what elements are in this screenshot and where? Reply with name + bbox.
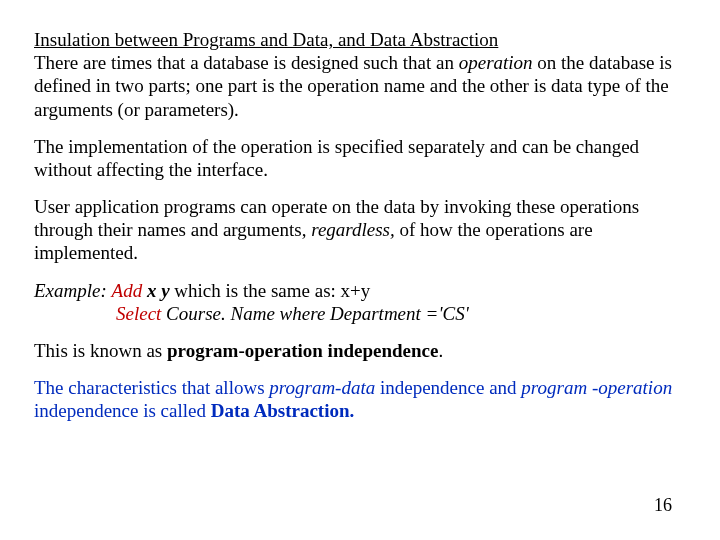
page-content: Insulation between Programs and Data, an… <box>0 0 720 446</box>
page-number: 16 <box>654 495 672 516</box>
data-abstraction-paragraph: The characteristics that allows program-… <box>34 376 686 422</box>
p5-a: This is known as <box>34 340 167 361</box>
p6-data-abstraction: Data Abstraction. <box>211 400 355 421</box>
slide: Insulation between Programs and Data, an… <box>0 0 720 540</box>
intro-paragraph: Insulation between Programs and Data, an… <box>34 28 686 121</box>
example-line2: Select Course. Name where Department ='C… <box>34 302 469 325</box>
example-add-explain: which is the same as: x+y <box>174 280 370 301</box>
user-app-paragraph: User application programs can operate on… <box>34 195 686 265</box>
example-add-args: x y <box>147 280 170 301</box>
p6-program-data: program-data <box>269 377 375 398</box>
p1-text-a: There are times that a database is desig… <box>34 52 459 73</box>
example-add-keyword: Add <box>112 280 143 301</box>
p6-a: The characteristics that allows <box>34 377 269 398</box>
p6-b: independence and <box>375 377 521 398</box>
section-heading: Insulation between Programs and Data, an… <box>34 29 498 50</box>
implementation-paragraph: The implementation of the operation is s… <box>34 135 686 181</box>
example-block: Example: Add x y which is the same as: x… <box>34 279 686 325</box>
p5-term: program-operation independence <box>167 340 438 361</box>
example-select-keyword: Select <box>116 303 161 324</box>
known-as-paragraph: This is known as program-operation indep… <box>34 339 686 362</box>
p1-operation: operation <box>459 52 533 73</box>
p5-b: . <box>438 340 443 361</box>
p2-text: The implementation of the operation is s… <box>34 136 639 180</box>
example-label: Example: <box>34 280 107 301</box>
p6-program-operation: program -operation <box>521 377 672 398</box>
p6-c: independence is called <box>34 400 211 421</box>
example-select-query: Course. Name where Department ='CS' <box>161 303 468 324</box>
p3-regardless: regardless, <box>311 219 395 240</box>
